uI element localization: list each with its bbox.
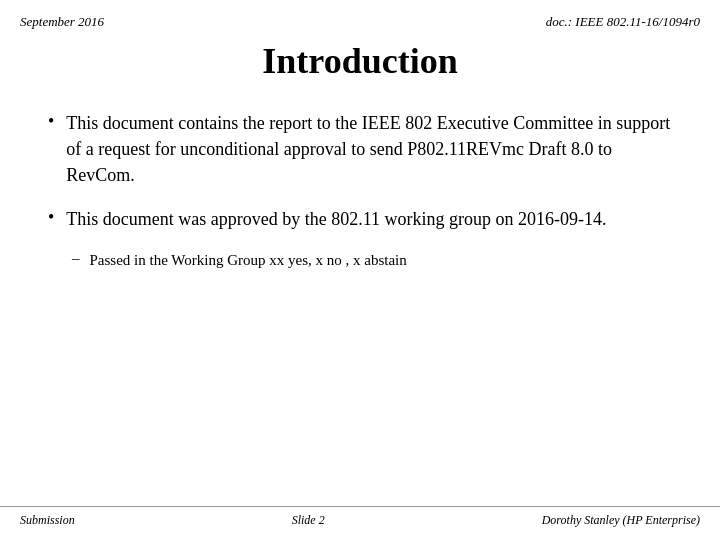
header-date: September 2016 bbox=[20, 14, 104, 30]
footer-slide-number: Slide 2 bbox=[292, 513, 325, 528]
header-doc-id: doc.: IEEE 802.11-16/1094r0 bbox=[546, 14, 700, 30]
bullet-symbol-1: • bbox=[48, 111, 54, 132]
sub-bullet-symbol-1: – bbox=[72, 250, 80, 267]
title-area: Introduction bbox=[0, 40, 720, 82]
content-area: • This document contains the report to t… bbox=[0, 110, 720, 271]
slide-title: Introduction bbox=[20, 40, 700, 82]
list-item: • This document was approved by the 802.… bbox=[48, 206, 672, 232]
list-item: – Passed in the Working Group xx yes, x … bbox=[72, 250, 672, 271]
bullet-text-2: This document was approved by the 802.11… bbox=[66, 206, 606, 232]
slide: September 2016 doc.: IEEE 802.11-16/1094… bbox=[0, 0, 720, 540]
bullet-text-1: This document contains the report to the… bbox=[66, 110, 672, 188]
footer-author: Dorothy Stanley (HP Enterprise) bbox=[542, 513, 700, 528]
sub-bullet-text-1: Passed in the Working Group xx yes, x no… bbox=[90, 250, 407, 271]
bullet-symbol-2: • bbox=[48, 207, 54, 228]
slide-header: September 2016 doc.: IEEE 802.11-16/1094… bbox=[0, 0, 720, 30]
footer-submission: Submission bbox=[20, 513, 75, 528]
list-item: • This document contains the report to t… bbox=[48, 110, 672, 188]
slide-footer: Submission Slide 2 Dorothy Stanley (HP E… bbox=[0, 506, 720, 528]
